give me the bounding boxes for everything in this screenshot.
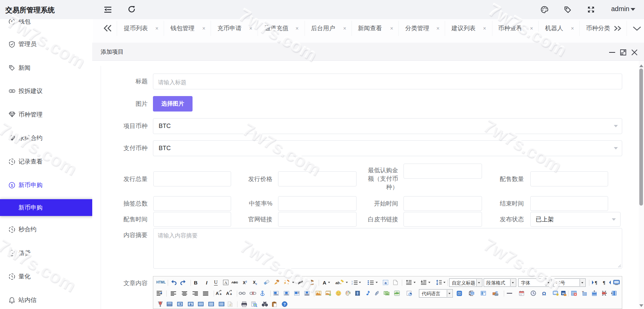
- svg-text:T: T: [310, 281, 312, 284]
- svg-text:¶: ¶: [603, 280, 605, 285]
- svg-text:¶: ¶: [595, 280, 597, 285]
- svg-text:G: G: [396, 291, 398, 294]
- svg-text:A: A: [224, 280, 227, 285]
- svg-text:?: ?: [283, 302, 286, 306]
- svg-text:$: $: [11, 20, 13, 24]
- svg-text:1: 1: [352, 280, 353, 282]
- svg-text:$: $: [11, 183, 13, 187]
- svg-text:a: a: [384, 281, 387, 285]
- svg-text:2: 2: [352, 283, 353, 285]
